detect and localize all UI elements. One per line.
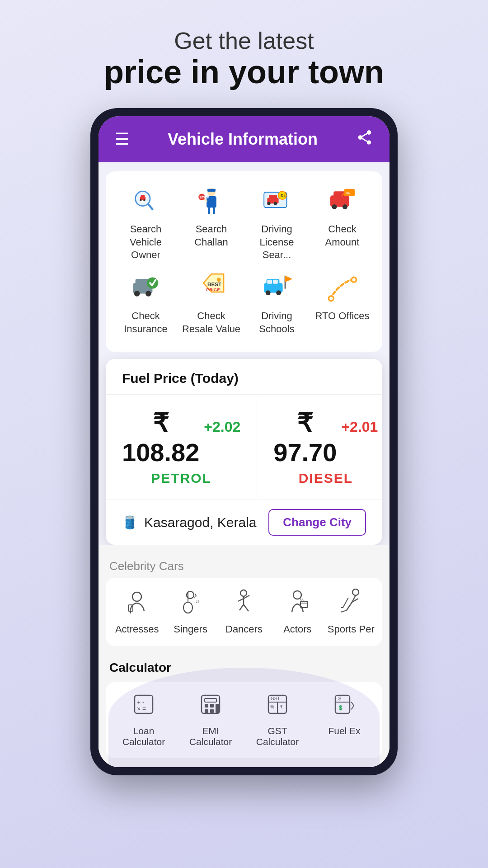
grid-label-check-amount: Check Amount — [313, 223, 372, 249]
svg-text:+ -: + - — [137, 698, 145, 706]
grid-item-driving-license[interactable]: DL Driving License Sear... — [248, 182, 306, 262]
svg-text:$: $ — [338, 696, 341, 701]
celeb-item-sports[interactable]: Sports Per — [326, 589, 376, 635]
svg-line-6 — [148, 204, 152, 209]
svg-rect-41 — [273, 280, 278, 284]
singers-icon: ♪ ♫ — [178, 589, 203, 619]
svg-line-60 — [238, 599, 244, 601]
vehicle-menu-grid: Search Vehicle Owner — [106, 171, 382, 352]
diesel-label: DIESEL — [273, 471, 378, 486]
grid-item-check-amount[interactable]: % Check Amount — [313, 182, 372, 262]
emi-calculator-label: EMI Calculator — [183, 726, 238, 747]
celeb-item-singers[interactable]: ♪ ♫ Singers — [166, 589, 216, 635]
svg-text:%: % — [346, 190, 350, 195]
svg-text:BEST: BEST — [207, 281, 222, 287]
svg-text:GST: GST — [271, 696, 280, 701]
celebrity-row: Actresses ♪ ♫ Singers — [106, 578, 382, 646]
svg-rect-85 — [216, 704, 219, 713]
app-title: Vehicle Information — [168, 130, 318, 149]
grid-label-search-challan: Search Challan — [182, 223, 241, 249]
grid-row-1: Search Vehicle Owner — [113, 182, 375, 262]
grid-label-check-resale: Check Resale Value — [182, 310, 241, 335]
calculator-section-label: Calculator — [106, 653, 382, 682]
grid-item-check-resale[interactable]: BEST PRICE Check Resale Value — [182, 269, 241, 335]
petrol-amount: ₹ 108.82 — [122, 408, 199, 467]
grid-item-search-vehicle[interactable]: Search Vehicle Owner — [117, 182, 175, 262]
actresses-icon — [125, 589, 150, 619]
grid-item-rto-offices[interactable]: RTO Offices — [313, 269, 372, 335]
celeb-label-actors: Actors — [283, 623, 311, 635]
share-icon[interactable] — [356, 129, 373, 150]
grid-item-search-challan[interactable]: STOP Search Challan — [182, 182, 241, 262]
search-vehicle-icon — [128, 182, 164, 218]
svg-text:× =: × = — [137, 705, 146, 712]
grid-row-2: Check Insurance BEST PRICE Check Resale … — [113, 269, 375, 335]
svg-rect-82 — [210, 704, 214, 708]
calc-item-emi[interactable]: EMI Calculator — [183, 693, 238, 747]
emi-calculator-icon — [199, 693, 222, 721]
calc-item-gst[interactable]: GST % ₹ GST Calculator — [250, 693, 305, 747]
svg-point-64 — [293, 591, 301, 599]
hamburger-icon[interactable]: ☰ — [115, 131, 129, 147]
check-resale-icon: BEST PRICE — [193, 269, 230, 305]
calc-item-loan[interactable]: + - × = Loan Calculator — [117, 693, 171, 747]
svg-rect-80 — [205, 698, 216, 702]
svg-line-75 — [341, 610, 347, 612]
svg-point-54 — [183, 602, 192, 613]
grid-label-driving-schools: Driving Schools — [248, 310, 306, 335]
calc-item-fuel[interactable]: $ 💲 Fuel Ex — [317, 693, 371, 747]
loan-calculator-label: Loan Calculator — [117, 726, 171, 747]
svg-point-50 — [132, 592, 141, 601]
svg-line-63 — [244, 604, 249, 611]
svg-point-33 — [146, 277, 158, 288]
svg-point-42 — [265, 290, 270, 295]
grid-item-driving-schools[interactable]: Driving Schools — [248, 269, 306, 335]
sports-icon — [338, 589, 363, 619]
dancers-icon — [231, 589, 256, 619]
svg-point-58 — [240, 590, 247, 596]
check-amount-icon: % — [324, 182, 361, 218]
city-name: Kasaragod, Kerala — [144, 515, 257, 530]
grid-item-check-insurance[interactable]: Check Insurance — [117, 269, 175, 335]
fuel-card-title: Fuel Price (Today) — [106, 359, 382, 394]
hero-subtitle: Get the latest — [104, 27, 384, 54]
city-info: 🛢️ Kasaragod, Kerala — [122, 515, 257, 530]
svg-point-25 — [343, 204, 347, 209]
svg-point-19 — [273, 202, 277, 205]
rto-offices-icon — [324, 269, 361, 305]
svg-rect-83 — [205, 709, 208, 713]
fuel-city-row: 🛢️ Kasaragod, Kerala Change City — [106, 500, 382, 545]
svg-rect-40 — [267, 280, 272, 284]
svg-line-62 — [239, 604, 244, 610]
hero-title: price in your town — [104, 54, 384, 90]
celeb-label-dancers: Dancers — [225, 623, 263, 635]
phone-frame: ☰ Vehicle Information — [90, 108, 398, 775]
svg-point-4 — [140, 199, 142, 202]
svg-point-5 — [143, 199, 145, 202]
change-city-button[interactable]: Change City — [268, 509, 366, 536]
celeb-item-actors[interactable]: Actors — [272, 589, 322, 635]
diesel-amount: ₹ 97.70 — [273, 408, 337, 467]
fuel-price-card: Fuel Price (Today) ₹ 108.82 +2.02 PETROL… — [106, 359, 382, 545]
gst-calculator-label: GST Calculator — [250, 726, 305, 747]
svg-rect-92 — [335, 695, 350, 713]
svg-rect-8 — [207, 189, 216, 192]
svg-point-49 — [352, 278, 355, 281]
celeb-item-dancers[interactable]: Dancers — [219, 589, 269, 635]
svg-text:♫: ♫ — [195, 598, 199, 604]
svg-rect-79 — [202, 695, 220, 713]
svg-rect-3 — [141, 195, 145, 198]
diesel-col: ₹ 97.70 +2.01 DIESEL — [257, 395, 382, 500]
svg-text:PRICE: PRICE — [206, 287, 220, 292]
celeb-item-actresses[interactable]: Actresses — [112, 589, 162, 635]
svg-rect-81 — [205, 704, 208, 708]
svg-point-43 — [276, 290, 281, 295]
phone-screen: ☰ Vehicle Information — [99, 116, 389, 767]
celeb-label-sports: Sports Per — [328, 623, 375, 635]
svg-point-18 — [267, 202, 270, 205]
fuel-expense-label: Fuel Ex — [328, 726, 360, 736]
svg-text:%: % — [270, 704, 274, 709]
svg-line-71 — [347, 602, 352, 610]
fuel-prices-row: ₹ 108.82 +2.02 PETROL ₹ 97.70 +2.01 DIES… — [106, 394, 382, 500]
gst-calculator-icon: GST % ₹ — [266, 693, 289, 721]
